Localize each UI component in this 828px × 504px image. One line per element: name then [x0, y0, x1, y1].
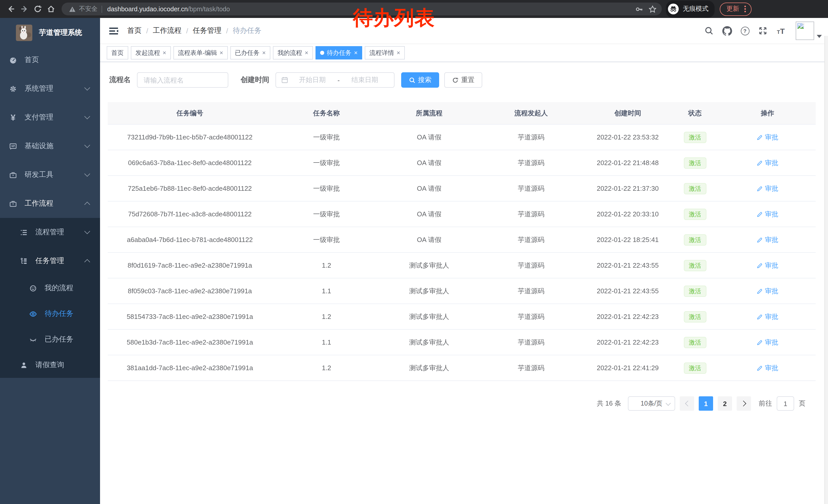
- table-header: 任务编号任务名称所属流程流程发起人创建时间状态操作: [108, 102, 816, 125]
- start-date-placeholder[interactable]: 开始日期: [288, 75, 336, 85]
- tab-2[interactable]: 流程表单-编辑×: [173, 46, 228, 59]
- breadcrumb: 首页 / 工作流程 / 任务管理 / 待办任务: [127, 26, 261, 35]
- cell-starter: 芋道源码: [478, 184, 585, 193]
- cell-starter: 芋道源码: [478, 338, 585, 347]
- approve-link[interactable]: 审批: [757, 184, 778, 193]
- process-name-input[interactable]: [137, 72, 228, 88]
- sidebar-item-l1-1[interactable]: 系统管理: [0, 74, 100, 103]
- sidebar-item-sub-5[interactable]: 请假查询: [0, 352, 100, 378]
- approve-link[interactable]: 审批: [757, 133, 778, 142]
- cell-name: 1.2: [272, 262, 381, 269]
- chevron-down-icon: [84, 228, 90, 234]
- help-button[interactable]: ?: [740, 26, 750, 36]
- search-submit-button[interactable]: 搜索: [401, 72, 439, 88]
- tab-0[interactable]: 首页: [107, 46, 128, 59]
- table-row-5: 8f0d1619-7ac8-11ec-a9e2-a2380e71991a1.2测…: [108, 253, 816, 278]
- tab-4[interactable]: 我的流程×: [273, 46, 313, 59]
- sidebar-item-sub-1[interactable]: 任务管理: [0, 246, 100, 275]
- cell-id: 8f059c03-7ac8-11ec-a9e2-a2380e71991a: [108, 287, 272, 295]
- cell-time: 2022-01-22 20:33:10: [585, 210, 670, 218]
- pencil-icon: [757, 339, 763, 345]
- fullscreen-button[interactable]: [758, 26, 768, 36]
- cell-time: 2022-01-22 18:25:41: [585, 236, 670, 243]
- approve-link[interactable]: 审批: [757, 363, 778, 372]
- approve-link[interactable]: 审批: [757, 286, 778, 295]
- status-badge: 激活: [684, 285, 706, 296]
- sidebar-item-sub-3[interactable]: 待办任务: [0, 301, 100, 327]
- window-scrollbar[interactable]: [824, 36, 828, 504]
- next-page-button[interactable]: [737, 396, 751, 411]
- github-button[interactable]: [722, 26, 732, 36]
- approve-link-label: 审批: [765, 312, 778, 321]
- cell-name: 一级审批: [272, 235, 381, 244]
- tab-close-icon[interactable]: ×: [305, 50, 308, 56]
- cell-starter: 芋道源码: [478, 210, 585, 219]
- page-size-select[interactable]: 10条/页: [628, 396, 675, 411]
- approve-link[interactable]: 审批: [757, 235, 778, 244]
- sidebar-item-l1-0[interactable]: 首页: [0, 46, 100, 74]
- approve-link[interactable]: 审批: [757, 261, 778, 270]
- goto-page-input[interactable]: [777, 396, 794, 411]
- tab-close-icon[interactable]: ×: [354, 50, 358, 56]
- cell-status: 激活: [670, 209, 719, 220]
- page-button-1[interactable]: 1: [699, 396, 713, 411]
- cell-id: 069c6a63-7b8a-11ec-8ef0-acde48001122: [108, 159, 272, 167]
- approve-link[interactable]: 审批: [757, 338, 778, 347]
- sidebar-item-sub-2[interactable]: 我的流程: [0, 275, 100, 301]
- breadcrumb-task-manage[interactable]: 任务管理: [193, 26, 222, 35]
- reload-icon: [33, 5, 42, 13]
- back-icon: [6, 5, 15, 13]
- cell-process: 测试多审批人: [381, 261, 477, 270]
- fullscreen-icon: [758, 26, 768, 35]
- cell-action: 审批: [719, 210, 816, 219]
- page-button-2[interactable]: 2: [718, 396, 732, 411]
- sidebar-item-l1-2[interactable]: ¥支付管理: [0, 103, 100, 132]
- font-size-button[interactable]: TT: [776, 26, 786, 36]
- tab-1[interactable]: 发起流程×: [131, 46, 171, 59]
- tab-3[interactable]: 已办任务×: [230, 46, 271, 59]
- gear-icon: [9, 85, 17, 93]
- cell-starter: 芋道源码: [478, 363, 585, 372]
- sidebar-item-l1-4[interactable]: 研发工具: [0, 161, 100, 189]
- prev-page-button[interactable]: [680, 396, 694, 411]
- update-button[interactable]: 更新: [720, 2, 752, 16]
- table-row-8: 580e1b3d-7ac8-11ec-a9e2-a2380e71991a1.1测…: [108, 330, 816, 355]
- breadcrumb-workflow[interactable]: 工作流程: [153, 26, 181, 35]
- pencil-icon: [757, 288, 763, 294]
- avatar-caret-icon[interactable]: [817, 35, 822, 38]
- search-button[interactable]: [704, 26, 714, 36]
- tab-close-icon[interactable]: ×: [219, 50, 223, 56]
- password-key-icon[interactable]: [635, 5, 643, 13]
- sidebar-item-sub-0[interactable]: 流程管理: [0, 218, 100, 246]
- browser-menu-icon[interactable]: [743, 5, 747, 13]
- tab-close-icon[interactable]: ×: [397, 50, 400, 56]
- tab-close-icon[interactable]: ×: [163, 50, 166, 56]
- tab-6[interactable]: 流程详情×: [365, 46, 405, 59]
- approve-link[interactable]: 审批: [757, 312, 778, 321]
- status-badge: 激活: [684, 311, 706, 322]
- tab-5[interactable]: 待办任务×: [316, 46, 362, 59]
- reload-button[interactable]: [31, 2, 44, 16]
- home-button[interactable]: [44, 2, 57, 16]
- breadcrumb-home[interactable]: 首页: [127, 26, 141, 35]
- avatar[interactable]: [796, 21, 814, 40]
- approve-link[interactable]: 审批: [757, 158, 778, 168]
- navbar-actions: ? TT: [704, 21, 822, 40]
- end-date-placeholder[interactable]: 结束日期: [341, 75, 389, 85]
- cell-process: OA 请假: [381, 158, 477, 168]
- back-button[interactable]: [4, 2, 17, 16]
- collapse-sidebar-button[interactable]: [108, 26, 119, 36]
- reset-button[interactable]: 重置: [444, 72, 482, 88]
- column-header-0: 任务编号: [108, 108, 272, 118]
- approve-link[interactable]: 审批: [757, 210, 778, 219]
- cell-status: 激活: [670, 336, 719, 348]
- sidebar-item-label: 流程管理: [35, 228, 64, 237]
- date-range-picker[interactable]: 开始日期 - 结束日期: [276, 72, 395, 88]
- forward-button[interactable]: [17, 2, 31, 16]
- sidebar-item-l1-3[interactable]: 基础设施: [0, 132, 100, 161]
- sidebar-item-l1-5[interactable]: 工作流程: [0, 189, 100, 218]
- bookmark-star-icon[interactable]: [649, 5, 657, 13]
- sidebar-item-sub-4[interactable]: 已办任务: [0, 327, 100, 352]
- page-size-value: 10条/页: [641, 399, 663, 408]
- tab-close-icon[interactable]: ×: [262, 50, 266, 56]
